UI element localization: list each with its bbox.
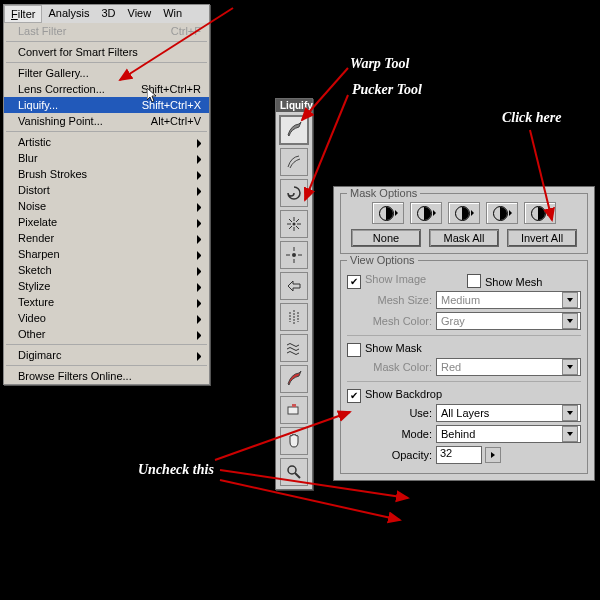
menu-last-filter: Last FilterCtrl+F	[4, 23, 209, 39]
menu-brush-strokes[interactable]: Brush Strokes	[4, 166, 209, 182]
menu-artistic[interactable]: Artistic	[4, 134, 209, 150]
liquify-palette: Liquify	[275, 98, 313, 490]
mask-invert-icon[interactable]	[524, 202, 556, 224]
thaw-mask-tool[interactable]	[280, 396, 308, 424]
menubar-filter[interactable]: FFilterilter	[4, 5, 42, 23]
freeze-mask-tool[interactable]	[280, 365, 308, 393]
mesh-size-select[interactable]: Medium	[436, 291, 581, 309]
svg-point-4	[288, 466, 296, 474]
mask-invert-all-button[interactable]: Invert All	[507, 229, 577, 247]
mask-intersect-icon[interactable]	[486, 202, 518, 224]
menu-liquify[interactable]: Liquify...Shift+Ctrl+X	[4, 97, 209, 113]
svg-line-5	[295, 473, 300, 478]
mask-replace-icon[interactable]	[372, 202, 404, 224]
menu-vanishing-point[interactable]: Vanishing Point...Alt+Ctrl+V	[4, 113, 209, 129]
menubar-analysis[interactable]: Analysis	[42, 5, 95, 23]
menu-texture[interactable]: Texture	[4, 294, 209, 310]
menu-digimarc[interactable]: Digimarc	[4, 347, 209, 363]
mask-subtract-icon[interactable]	[448, 202, 480, 224]
show-mask-checkbox[interactable]	[347, 343, 361, 357]
show-mesh-checkbox[interactable]	[467, 274, 481, 288]
menu-video[interactable]: Video	[4, 310, 209, 326]
menubar-view[interactable]: View	[122, 5, 158, 23]
annotation-warp: Warp Tool	[350, 56, 410, 72]
menu-pixelate[interactable]: Pixelate	[4, 214, 209, 230]
swirl-tool[interactable]	[280, 179, 308, 207]
menubar-3d[interactable]: 3D	[95, 5, 121, 23]
menu-filter-gallery[interactable]: Filter Gallery...	[4, 65, 209, 81]
menu-lens-correction[interactable]: Lens Correction...Shift+Ctrl+R	[4, 81, 209, 97]
backdrop-use-select[interactable]: All Layers	[436, 404, 581, 422]
cursor-icon	[147, 88, 159, 104]
menu-other[interactable]: Other	[4, 326, 209, 342]
filter-menu: FFilterilter Analysis 3D View Win Last F…	[3, 4, 210, 385]
annotation-click-here: Click here	[502, 110, 562, 126]
svg-rect-3	[292, 404, 296, 407]
view-options-label: View Options	[347, 254, 418, 266]
annotation-uncheck: Uncheck this	[138, 462, 214, 478]
pucker-tool[interactable]	[280, 210, 308, 238]
backdrop-mode-select[interactable]: Behind	[436, 425, 581, 443]
turbulence-tool[interactable]	[280, 334, 308, 362]
opacity-flyout[interactable]	[485, 447, 501, 463]
menu-noise[interactable]: Noise	[4, 198, 209, 214]
mask-mode-icons	[347, 202, 581, 224]
mask-options-panel: Mask Options None Mask All Invert All Vi…	[333, 186, 595, 481]
mesh-color-select[interactable]: Gray	[436, 312, 581, 330]
hand-tool[interactable]	[280, 427, 308, 455]
menu-render[interactable]: Render	[4, 230, 209, 246]
mask-none-button[interactable]: None	[351, 229, 421, 247]
push-left-tool[interactable]	[280, 272, 308, 300]
mask-add-icon[interactable]	[410, 202, 442, 224]
warp-tool[interactable]	[279, 115, 309, 145]
menu-convert-smart[interactable]: Convert for Smart Filters	[4, 44, 209, 60]
mask-all-button[interactable]: Mask All	[429, 229, 499, 247]
show-backdrop-checkbox[interactable]: ✔	[347, 389, 361, 403]
menu-blur[interactable]: Blur	[4, 150, 209, 166]
menu-sketch[interactable]: Sketch	[4, 262, 209, 278]
reconstruct-tool[interactable]	[280, 148, 308, 176]
mirror-tool[interactable]	[280, 303, 308, 331]
palette-title: Liquify	[276, 99, 312, 112]
menubar-window[interactable]: Win	[157, 5, 188, 23]
zoom-tool[interactable]	[280, 458, 308, 486]
svg-rect-2	[288, 407, 298, 414]
menu-sharpen[interactable]: Sharpen	[4, 246, 209, 262]
mask-options-label: Mask Options	[347, 187, 420, 199]
menu-stylize[interactable]: Stylize	[4, 278, 209, 294]
annotation-pucker: Pucker Tool	[352, 82, 422, 98]
svg-point-1	[292, 253, 296, 257]
opacity-input[interactable]: 32	[436, 446, 482, 464]
menu-browse-online[interactable]: Browse Filters Online...	[4, 368, 209, 384]
menubar: FFilterilter Analysis 3D View Win	[4, 5, 209, 23]
mask-color-select[interactable]: Red	[436, 358, 581, 376]
menu-distort[interactable]: Distort	[4, 182, 209, 198]
bloat-tool[interactable]	[280, 241, 308, 269]
svg-point-0	[293, 223, 296, 226]
show-image-checkbox[interactable]: ✔	[347, 275, 361, 289]
